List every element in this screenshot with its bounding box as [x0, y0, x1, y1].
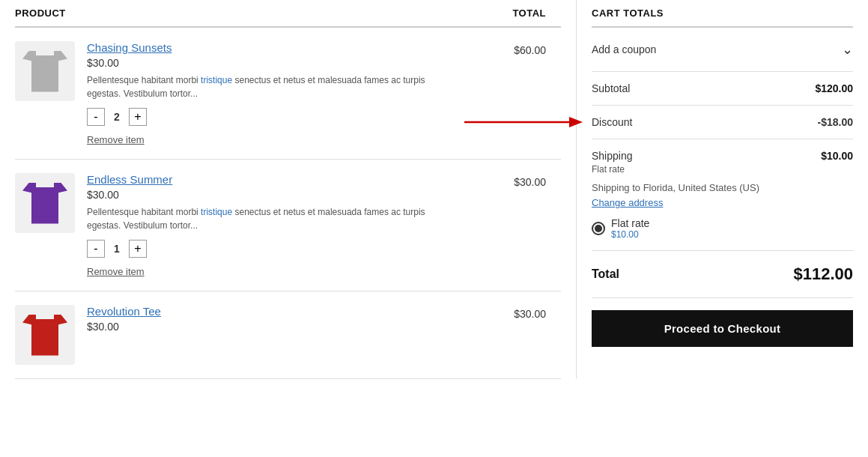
item-1-remove[interactable]: Remove item — [87, 134, 145, 145]
coupon-label: Add a coupon — [592, 43, 656, 55]
item-2-qty-value: 1 — [109, 243, 124, 255]
cart-totals-panel: CART TOTALS Add a coupon ⌄ Subtotal $120… — [576, 0, 868, 379]
item-2-qty-minus[interactable]: - — [87, 240, 105, 258]
chevron-down-icon: ⌄ — [842, 41, 853, 58]
item-1-qty-control: - 2 + — [87, 108, 459, 126]
item-3-total: $30.00 — [471, 305, 561, 320]
shipping-label: Shipping — [592, 150, 633, 162]
flat-rate-option-label: Flat rate — [611, 217, 649, 229]
total-row: Total $112.00 — [592, 251, 853, 298]
item-1-qty-plus[interactable]: + — [129, 108, 147, 126]
total-label: Total — [592, 267, 619, 281]
shipping-value: $10.00 — [821, 150, 853, 162]
flat-rate-label: Flat rate — [592, 164, 633, 175]
item-1-desc: Pellentesque habitant morbi tristique se… — [87, 73, 459, 100]
shipping-to: Shipping to Florida, United States (US) — [592, 182, 853, 193]
item-1-details: Chasing Sunsets $30.00 Pellentesque habi… — [75, 41, 471, 145]
subtotal-label: Subtotal — [592, 82, 630, 94]
item-2-remove[interactable]: Remove item — [87, 266, 145, 277]
shipping-section: Shipping Flat rate $10.00 Shipping to Fl… — [592, 139, 853, 251]
table-header: PRODUCT TOTAL — [15, 0, 561, 28]
cart-totals-header: CART TOTALS — [592, 0, 853, 28]
item-2-details: Endless Summer $30.00 Pellentesque habit… — [75, 173, 471, 277]
item-2-desc: Pellentesque habitant morbi tristique se… — [87, 205, 459, 232]
item-3-image — [15, 305, 75, 365]
cart-item-1: Chasing Sunsets $30.00 Pellentesque habi… — [15, 28, 561, 160]
cart-item-2: Endless Summer $30.00 Pellentesque habit… — [15, 160, 561, 291]
item-1-image — [15, 41, 75, 101]
item-3-name[interactable]: Revolution Tee — [87, 305, 161, 318]
item-2-total: $30.00 — [471, 173, 561, 188]
item-2-name[interactable]: Endless Summer — [87, 173, 172, 186]
svg-marker-1 — [569, 117, 583, 127]
item-2-desc-link[interactable]: tristique — [201, 207, 232, 217]
cart-item-3: Revolution Tee $30.00 $30.00 — [15, 291, 561, 379]
flat-rate-option-group: Flat rate $10.00 — [611, 217, 649, 240]
item-2-tshirt — [22, 183, 67, 224]
coupon-row[interactable]: Add a coupon ⌄ — [592, 28, 853, 72]
item-2-qty-control: - 1 + — [87, 240, 459, 258]
item-1-qty-value: 2 — [109, 111, 124, 123]
product-table: PRODUCT TOTAL Chasing Sunsets $30.00 Pel… — [0, 0, 576, 379]
checkout-button[interactable]: Proceed to Checkout — [592, 310, 853, 347]
shipping-row: Shipping Flat rate $10.00 — [592, 150, 853, 175]
item-2-qty-plus[interactable]: + — [129, 240, 147, 258]
discount-row: Discount -$18.00 — [592, 106, 853, 139]
discount-value: -$18.00 — [818, 116, 853, 128]
item-2-price: $30.00 — [87, 189, 459, 201]
flat-rate-radio[interactable] — [592, 222, 605, 235]
item-1-name[interactable]: Chasing Sunsets — [87, 41, 172, 54]
discount-label: Discount — [592, 116, 632, 128]
item-3-price: $30.00 — [87, 321, 459, 333]
item-1-price: $30.00 — [87, 57, 459, 69]
item-3-tshirt — [22, 315, 67, 356]
item-2-image — [15, 173, 75, 233]
discount-arrow-icon — [464, 111, 584, 133]
item-1-total: $60.00 — [471, 41, 561, 56]
col-total-header: TOTAL — [471, 7, 561, 19]
item-3-details: Revolution Tee $30.00 — [75, 305, 471, 337]
subtotal-value: $120.00 — [815, 82, 853, 94]
shipping-option-flat-rate[interactable]: Flat rate $10.00 — [592, 217, 853, 240]
shipping-label-group: Shipping Flat rate — [592, 150, 633, 175]
item-1-tshirt — [22, 51, 67, 92]
total-value: $112.00 — [793, 264, 853, 284]
flat-rate-radio-dot — [595, 225, 602, 232]
item-1-desc-link[interactable]: tristique — [201, 75, 232, 85]
flat-rate-option-price: $10.00 — [611, 229, 649, 240]
change-address-link[interactable]: Change address — [592, 197, 663, 208]
col-product-header: PRODUCT — [15, 7, 471, 19]
subtotal-row: Subtotal $120.00 — [592, 72, 853, 106]
item-1-qty-minus[interactable]: - — [87, 108, 105, 126]
